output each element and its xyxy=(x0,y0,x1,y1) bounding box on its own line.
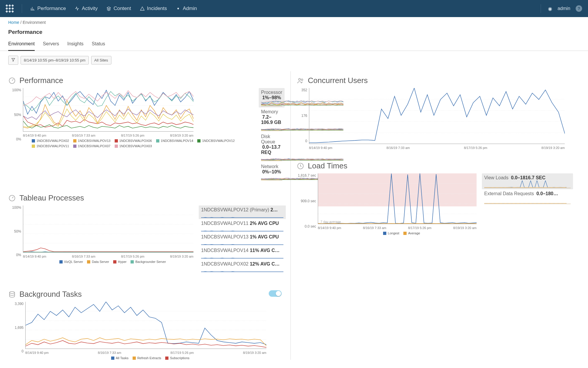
bgtasks-toggle[interactable] xyxy=(269,290,282,297)
users-icon xyxy=(297,77,304,84)
legend-item: Subscriptions xyxy=(165,356,189,360)
loadtime-metric[interactable]: External Data Requests 0.0–180… xyxy=(482,189,573,205)
gauge-icon xyxy=(8,77,16,84)
process-row[interactable]: 1NDCBSVWALPOV11 2% AVG CPU xyxy=(199,219,286,233)
legend-item: 1NDCBSVWALPOV12 xyxy=(197,139,235,142)
sites-button[interactable]: All Sites xyxy=(91,56,111,64)
loadtimes-chart: 7 day average xyxy=(318,173,477,224)
breadcrumb-sep: / xyxy=(20,20,21,25)
metric-network[interactable]: Network 0%–10% xyxy=(259,162,285,182)
nav-content[interactable]: Content xyxy=(106,6,131,11)
legend-item: 1NDCBSVWALPOX02 xyxy=(32,139,69,142)
filter-bar: 8/14/19 10:55 pm–8/19/19 10:55 pm All Si… xyxy=(0,51,588,68)
clock-icon xyxy=(297,162,304,170)
nav-incidents[interactable]: Incidents xyxy=(140,6,167,11)
panel-title-performance: Performance xyxy=(8,76,285,85)
legend-item: Backgrounder Server xyxy=(131,260,166,263)
legend-item: VizQL Server xyxy=(59,260,83,263)
legend-item: 1NDCBSVWALPOX07 xyxy=(73,144,111,148)
panel-title-bgtasks: Background Tasks xyxy=(8,290,82,299)
legend-item: 1NDCBSVWALPOV13 xyxy=(73,139,111,142)
user-icon: ◉ xyxy=(548,6,552,11)
svg-point-16 xyxy=(299,78,301,80)
right-column: Concurrent Users 3521760 8/14/19 9:40 pm… xyxy=(297,71,573,235)
tab-insights[interactable]: Insights xyxy=(67,38,83,51)
column-separator xyxy=(290,71,291,360)
svg-point-11 xyxy=(9,291,14,294)
legend-item: Data Server xyxy=(87,260,109,263)
legend-item: All Tasks xyxy=(111,356,128,360)
date-range-button[interactable]: 8/14/19 10:55 pm–8/19/19 10:55 pm xyxy=(21,56,89,64)
user-name[interactable]: admin xyxy=(557,6,570,11)
nav-items: PerformanceActivityContentIncidentsAdmin xyxy=(30,6,197,11)
legend-item: 1NDCBSVWALPOX03 xyxy=(115,144,152,148)
process-row[interactable]: 1NDCBSVWALPOV12 (Primary) 2… xyxy=(199,205,286,219)
legend-item: 1NDCBSVWALPOV11 xyxy=(32,144,69,148)
nav-divider xyxy=(541,4,541,13)
filter-icon-button[interactable] xyxy=(8,56,18,65)
gauge-icon xyxy=(8,194,16,202)
svg-rect-23 xyxy=(318,173,477,206)
metric-processor[interactable]: Processor 1%–98% xyxy=(259,88,285,107)
tab-servers[interactable]: Servers xyxy=(43,38,59,51)
legend-item: Hyper xyxy=(113,260,126,263)
tab-environment[interactable]: Environment xyxy=(8,38,35,51)
left-column: Performance 100%50%0% 8/14/19 9:40 pm8/1… xyxy=(8,71,285,360)
process-row[interactable]: 1NDCBSVWALPOV13 1% AVG CPU xyxy=(199,233,286,246)
process-row[interactable]: 1NDCBSVWALPOV14 11% AVG C… xyxy=(199,246,286,260)
breadcrumb-current: Environment xyxy=(23,20,46,25)
nav-performance[interactable]: Performance xyxy=(30,6,66,11)
bgtasks-chart xyxy=(25,302,266,349)
loadtime-metric[interactable]: View Loads 0.0–1816.7 SEC xyxy=(482,173,573,189)
top-nav: PerformanceActivityContentIncidentsAdmin… xyxy=(0,0,588,17)
breadcrumb-home[interactable]: Home xyxy=(8,20,19,25)
process-row[interactable]: 1NDCBSVWALPOX02 12% AVG C… xyxy=(199,260,286,273)
page-title: Performance xyxy=(0,27,588,38)
panel-title-loadtimes: Load Times xyxy=(297,161,573,170)
nav-left: PerformanceActivityContentIncidentsAdmin xyxy=(6,4,197,13)
legend-item: 1NDCBSVWALPOX06 xyxy=(115,139,152,142)
breadcrumb: Home / Environment xyxy=(0,17,588,27)
svg-point-0 xyxy=(177,8,179,9)
svg-point-17 xyxy=(301,79,303,80)
metric-disk-queue[interactable]: Disk Queue 0.0–13.7 REQ xyxy=(259,132,285,162)
users-chart xyxy=(309,88,565,144)
performance-chart xyxy=(23,88,193,132)
logo-icon[interactable] xyxy=(6,5,14,12)
nav-activity[interactable]: Activity xyxy=(75,6,98,11)
nav-admin[interactable]: Admin xyxy=(176,6,197,11)
legend-item: Average xyxy=(403,231,420,235)
subtabs: EnvironmentServersInsightsStatus xyxy=(0,38,588,51)
nav-divider xyxy=(22,4,22,13)
help-icon[interactable]: ? xyxy=(576,5,582,12)
legend-item: Longest xyxy=(383,231,399,235)
tab-status[interactable]: Status xyxy=(92,38,105,51)
database-icon xyxy=(8,291,16,298)
legend-item: 1NDCBSVWALPOV14 xyxy=(156,139,193,142)
nav-right: ◉ admin ? xyxy=(539,4,582,13)
panel-title-users: Concurrent Users xyxy=(297,76,573,85)
metric-memory[interactable]: Memory 7.2–106.9 GB xyxy=(259,107,285,132)
legend-item: Refresh Extracts xyxy=(133,356,161,360)
panel-title-processes: Tableau Processes xyxy=(8,193,285,203)
processes-chart xyxy=(23,205,193,253)
